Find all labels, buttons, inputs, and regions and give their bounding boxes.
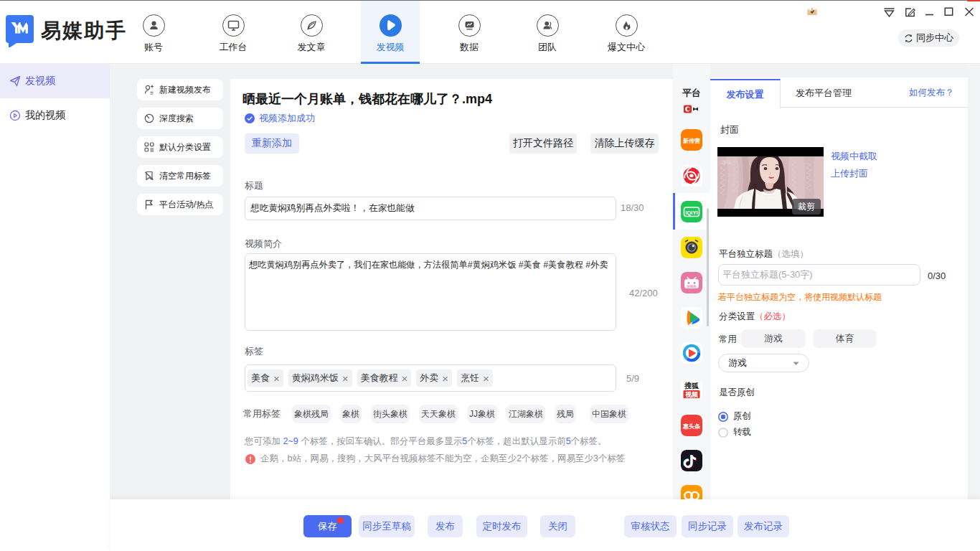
svg-text:游玩: 游玩 [722, 159, 732, 165]
svg-text:bilibili: bilibili [687, 285, 697, 288]
svg-text:新传营: 新传营 [682, 137, 700, 144]
svg-text:iQIYI: iQIYI [685, 209, 697, 216]
svg-text:惠头条: 惠头条 [682, 423, 701, 430]
svg-text:视频: 视频 [684, 391, 699, 398]
svg-text:搜狐: 搜狐 [684, 382, 699, 390]
